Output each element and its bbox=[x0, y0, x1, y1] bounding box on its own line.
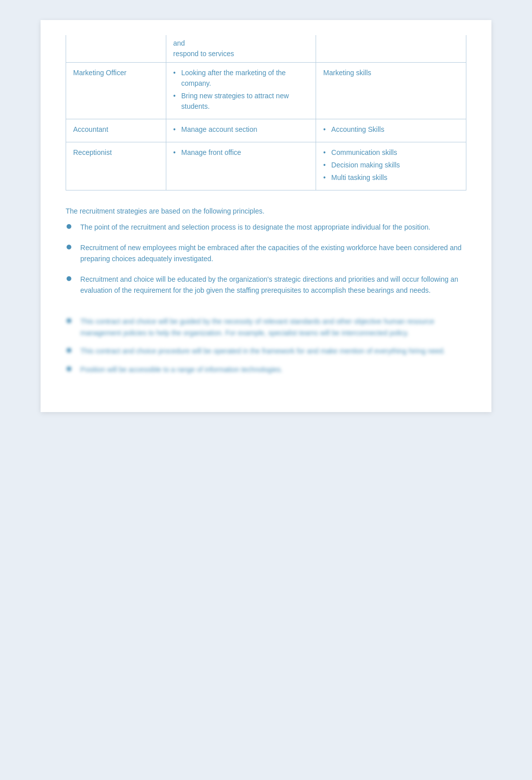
table-row: Marketing Officer Looking after the mark… bbox=[66, 63, 466, 119]
role-cell: Receptionist bbox=[66, 142, 166, 190]
carry-over-role bbox=[66, 35, 166, 63]
duties-list: Manage account section bbox=[173, 124, 309, 135]
text-section: The recruitment strategies are based on … bbox=[66, 206, 466, 296]
bullet-text: Recruitment of new employees might be em… bbox=[80, 242, 466, 265]
role-cell: Accountant bbox=[66, 119, 166, 142]
duties-list: Manage front office bbox=[173, 147, 309, 158]
skill-item: Marketing skills bbox=[323, 69, 371, 77]
bullet-text: Position will be accessible to a range o… bbox=[80, 364, 466, 375]
duties-cell: Looking after the marketing of the compa… bbox=[166, 63, 316, 119]
skills-cell: Communication skills Decision making ski… bbox=[316, 142, 466, 190]
bullet-icon: ● bbox=[66, 363, 72, 374]
skills-cell: Marketing skills bbox=[316, 63, 466, 119]
carry-over-row: andrespond to services bbox=[66, 35, 466, 63]
skills-cell: Accounting Skills bbox=[316, 119, 466, 142]
list-item: Decision making skills bbox=[323, 160, 459, 170]
bullet-icon: ● bbox=[66, 241, 72, 252]
table-row: Receptionist Manage front office Communi… bbox=[66, 142, 466, 190]
blurred-section: ● This contract and choice will be guide… bbox=[66, 316, 466, 375]
skills-list: Accounting Skills bbox=[323, 124, 459, 135]
list-item: Communication skills bbox=[323, 147, 459, 158]
list-item: Accounting Skills bbox=[323, 124, 459, 135]
bullet-text: The point of the recruitment and selecti… bbox=[80, 222, 466, 233]
list-item: Multi tasking skills bbox=[323, 172, 459, 183]
list-item: Manage front office bbox=[173, 147, 309, 158]
blurred-bullet-3: ● Position will be accessible to a range… bbox=[66, 364, 466, 375]
job-table: andrespond to services Marketing Officer… bbox=[66, 35, 466, 190]
page-container: andrespond to services Marketing Officer… bbox=[41, 20, 491, 412]
intro-paragraph: The recruitment strategies are based on … bbox=[66, 206, 466, 217]
bullet-text: This contract and choice will be guided … bbox=[80, 316, 466, 338]
duties-list: Looking after the marketing of the compa… bbox=[173, 68, 309, 112]
carry-over-skills bbox=[316, 35, 466, 63]
table-row: Accountant Manage account section Accoun… bbox=[66, 119, 466, 142]
bullet-item-3: ● Recruitment and choice will be educate… bbox=[66, 274, 466, 296]
bullet-icon: ● bbox=[66, 315, 72, 326]
bullet-text: This contract and choice procedure will … bbox=[80, 345, 466, 356]
duties-cell: Manage account section bbox=[166, 119, 316, 142]
list-item: Looking after the marketing of the compa… bbox=[173, 68, 309, 89]
duties-cell: Manage front office bbox=[166, 142, 316, 190]
carry-over-duties: andrespond to services bbox=[166, 35, 316, 63]
bullet-item-1: ● The point of the recruitment and selec… bbox=[66, 222, 466, 233]
list-item: Manage account section bbox=[173, 124, 309, 135]
blurred-bullet-2: ● This contract and choice procedure wil… bbox=[66, 345, 466, 356]
bullet-item-2: ● Recruitment of new employees might be … bbox=[66, 242, 466, 265]
blurred-bullet-1: ● This contract and choice will be guide… bbox=[66, 316, 466, 338]
skills-list: Communication skills Decision making ski… bbox=[323, 147, 459, 183]
bullet-text: Recruitment and choice will be educated … bbox=[80, 274, 466, 296]
bullet-icon: ● bbox=[66, 221, 72, 232]
role-cell: Marketing Officer bbox=[66, 63, 166, 119]
bullet-icon: ● bbox=[66, 344, 72, 355]
bullet-icon: ● bbox=[66, 273, 72, 284]
list-item: Bring new strategies to attract new stud… bbox=[173, 91, 309, 112]
